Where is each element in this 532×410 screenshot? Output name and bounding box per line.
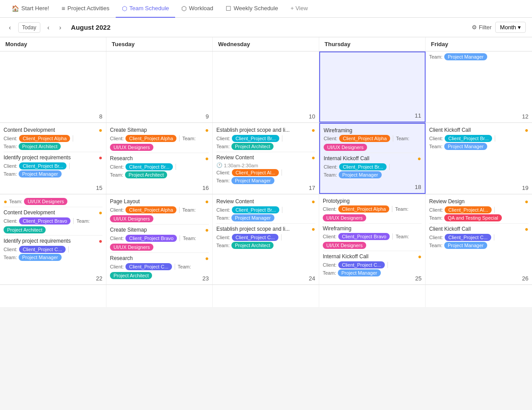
client-tag[interactable]: Client_Project C... — [19, 246, 66, 253]
day-number-9: 9 — [206, 113, 209, 120]
team-tag[interactable]: Project Manager — [339, 171, 382, 178]
team-tag[interactable]: UI/UX Designers — [110, 144, 153, 151]
day-cell-19: Client Kickoff Call ● Client: Client_Pro… — [426, 123, 532, 194]
day-cell-29 — [0, 285, 106, 307]
event-row: Client: Client_Project Alpha Team: UI/UX… — [324, 135, 421, 151]
next-button[interactable]: › — [56, 23, 64, 32]
client-tag[interactable]: Client_Project Bravo — [125, 235, 177, 242]
team-tag[interactable]: UI/UX Designers — [323, 214, 366, 221]
divider — [69, 163, 70, 169]
day-number-15: 15 — [96, 185, 102, 191]
team-tag[interactable]: Project Architect — [4, 226, 46, 233]
client-tag[interactable]: Client_Project Bravo — [19, 217, 70, 225]
team-tag[interactable]: Project Architect — [125, 171, 167, 178]
team-tag[interactable]: Project Manager — [231, 177, 274, 184]
week-row-2: Content Development ● Client: Client_Pro… — [0, 123, 532, 194]
client-tag[interactable]: Client_Project Bravo — [338, 233, 390, 240]
event-row: ● Team: UI/UX Designers — [4, 198, 102, 205]
tab-start[interactable]: 🏠 Start Here! — [5, 0, 55, 18]
tab-weekly[interactable]: ☐ Weekly Schedule — [219, 0, 284, 18]
client-tag[interactable]: Client_Project Alpha — [125, 135, 176, 142]
today-button[interactable]: Today — [18, 22, 40, 33]
day-number-16: 16 — [203, 185, 209, 191]
event-block: Review Content ● 🕐 1:30am-2:30am Client:… — [216, 154, 315, 184]
event-title: Wireframing — [324, 127, 421, 134]
divider — [175, 264, 175, 270]
event-block: Client Kickoff Call ● Client: Client_Pro… — [429, 225, 528, 249]
filter-icon: ⚙ — [472, 24, 477, 31]
client-tag[interactable]: Client_Project Alpha — [125, 206, 176, 213]
day-cell-22: ● Team: UI/UX Designers Content Developm… — [0, 194, 106, 284]
team-tag[interactable]: UI/UX Designers — [110, 215, 153, 222]
calendar-title: August 2022 — [71, 24, 110, 31]
activities-icon: ≡ — [62, 5, 65, 12]
day-header-fri: Friday — [426, 37, 532, 51]
team-tag[interactable]: Project Architect — [231, 242, 274, 249]
event-row: Team: Project Manager — [429, 242, 528, 249]
team-tag[interactable]: UI/UX Designers — [323, 242, 366, 249]
event-title: Review Design ● — [429, 198, 528, 205]
client-tag[interactable]: Client_Project Alpha — [19, 135, 70, 142]
toolbar: ‹ Today ‹ › August 2022 ⚙ Filter Month ▾ — [0, 18, 532, 37]
client-tag[interactable]: Client_Project C... — [232, 234, 278, 241]
client-tag[interactable]: Client_Project Alpha — [339, 135, 390, 142]
event-block: Internal Kickoff Call ● Client: Client_P… — [324, 155, 421, 178]
day-header-thu: Thursday — [319, 37, 426, 51]
tab-team[interactable]: ⬡ Team Schedule — [116, 0, 176, 18]
event-time: 🕐 1:30am-2:30am — [216, 162, 315, 168]
team-tag[interactable]: Project Manager — [19, 254, 62, 261]
tab-workload[interactable]: ⬡ Workload — [175, 0, 219, 18]
event-block: Identify project requirements ● Client: … — [4, 237, 102, 261]
client-tag[interactable]: Client_Project Br... — [19, 162, 66, 170]
event-title: Research ● — [110, 155, 209, 162]
day-number-8: 8 — [99, 113, 102, 120]
prev-button[interactable]: ‹ — [45, 23, 52, 32]
team-tag[interactable]: Project Architect — [110, 272, 152, 279]
event-row: Team: Project Architect — [4, 143, 102, 150]
tab-activities[interactable]: ≡ Project Activities — [55, 0, 116, 18]
client-tag[interactable]: Client_Project Br... — [339, 163, 387, 170]
client-tag[interactable]: Client_Project Al... — [445, 206, 492, 213]
back-nav-button[interactable]: ‹ — [6, 23, 14, 32]
client-tag[interactable]: Client_Project C... — [445, 234, 491, 241]
tab-weekly-label: Weekly Schedule — [234, 5, 278, 12]
start-icon: 🏠 — [12, 5, 19, 12]
separator — [323, 223, 422, 224]
month-label: Month — [500, 24, 516, 31]
team-tag[interactable]: QA and Testing Special — [444, 214, 502, 221]
client-tag[interactable]: Client_Project Al... — [232, 169, 279, 176]
team-tag[interactable]: UI/UX Designers — [324, 144, 367, 151]
client-tag[interactable]: Client_Project Alpha — [338, 205, 389, 213]
event-title: Internal Kickoff Call ● — [324, 155, 421, 162]
team-tag[interactable]: Project Architect — [231, 143, 274, 150]
team-tag[interactable]: UI/UX Designers — [110, 244, 153, 251]
client-tag[interactable]: Client_Project C... — [125, 263, 172, 270]
day-number-23: 23 — [203, 275, 209, 282]
client-tag[interactable]: Client_Project Br... — [232, 135, 279, 142]
client-tag[interactable]: Client_Project Br... — [445, 135, 492, 142]
day-number-12: 12 — [522, 113, 528, 120]
team-tag[interactable]: Project Manager — [19, 170, 62, 177]
event-row: Client: Client_Project C... — [4, 246, 102, 253]
client-tag[interactable]: Client_Project C... — [338, 261, 385, 268]
month-view-button[interactable]: Month ▾ — [495, 22, 526, 33]
team-tag[interactable]: Project Manager — [444, 143, 487, 150]
team-tag[interactable]: UI/UX Designers — [24, 198, 67, 205]
team-tag[interactable]: Project Manager — [444, 242, 487, 249]
team-tag[interactable]: Project Manager — [444, 53, 487, 60]
team-tag[interactable]: Project Architect — [19, 143, 61, 150]
divider — [392, 233, 393, 240]
team-tag[interactable]: Project Manager — [231, 214, 274, 221]
dot-icon: ● — [312, 154, 315, 161]
filter-button[interactable]: ⚙ Filter — [472, 24, 492, 31]
event-row: Client: Client_Project C... — [429, 234, 528, 241]
client-tag[interactable]: Client_Project Br... — [232, 206, 279, 213]
event-block: Establish project scope and li... ● Clie… — [216, 225, 315, 249]
day-number-18: 18 — [415, 184, 421, 190]
divider — [392, 206, 392, 212]
client-tag[interactable]: Client_Project Br... — [125, 163, 173, 170]
tab-add-view[interactable]: + View — [284, 0, 314, 18]
event-row: Client: Client_Project Br... — [216, 206, 315, 213]
event-row: Team: Project Manager — [429, 143, 528, 150]
team-tag[interactable]: Project Manager — [338, 269, 381, 276]
